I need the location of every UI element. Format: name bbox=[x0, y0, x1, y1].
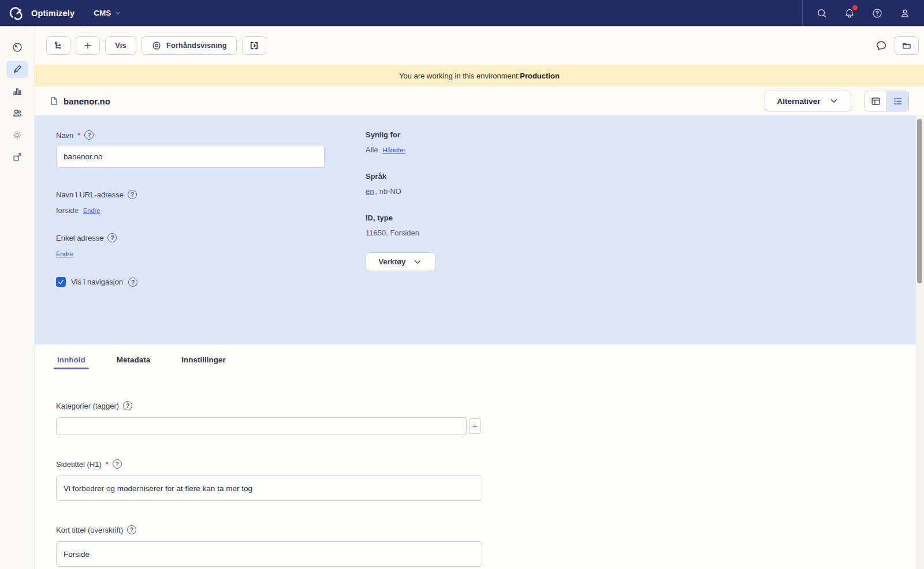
required-marker: * bbox=[77, 131, 80, 140]
visible-for-value-row: Alle Håndter bbox=[366, 145, 608, 154]
edit-icon bbox=[12, 63, 23, 75]
environment-banner: You are working in this environment: Pro… bbox=[35, 65, 924, 87]
sidebar-item-settings[interactable] bbox=[6, 126, 28, 144]
optimizely-cms-app: Optimizely CMS bbox=[0, 0, 924, 569]
short-title-input[interactable] bbox=[56, 541, 482, 567]
product-name: CMS bbox=[94, 9, 111, 17]
environment-name: Production bbox=[520, 72, 560, 80]
view-button[interactable]: Vis bbox=[105, 36, 136, 55]
page-title-label-text: Sidetittel (H1) bbox=[56, 460, 102, 469]
chevron-down-icon bbox=[829, 96, 839, 106]
content-form: Kategorier (tagger) ? Sidetittel (H1) * … bbox=[35, 375, 916, 569]
categories-row bbox=[56, 417, 916, 435]
create-new-button[interactable] bbox=[76, 36, 100, 55]
assets-panel-button[interactable] bbox=[895, 36, 919, 55]
sidebar-item-users[interactable] bbox=[6, 104, 28, 122]
profile-button[interactable] bbox=[896, 5, 914, 22]
tab-innhold[interactable]: Innhold bbox=[56, 345, 87, 375]
checkmark-icon bbox=[58, 279, 64, 285]
plus-icon bbox=[472, 423, 478, 429]
categories-input[interactable] bbox=[56, 417, 467, 435]
url-name-value: forside bbox=[56, 206, 79, 215]
page-properties-panel: Navn * ? Navn i URL-adresse ? forside En… bbox=[35, 115, 916, 345]
categories-label: Kategorier (tagger) ? bbox=[56, 401, 916, 410]
categories-label-text: Kategorier (tagger) bbox=[56, 402, 119, 410]
comments-button[interactable] bbox=[871, 36, 891, 55]
content-area: Vis Forhåndsvisning You ar bbox=[35, 26, 924, 569]
add-category-button[interactable] bbox=[469, 418, 481, 434]
show-in-nav-help-icon[interactable]: ? bbox=[128, 278, 137, 287]
scrollbar-thumb[interactable] bbox=[917, 119, 922, 283]
folder-icon bbox=[901, 40, 912, 51]
simple-address-help-icon[interactable]: ? bbox=[107, 233, 117, 242]
dashboard-icon bbox=[12, 42, 23, 53]
addons-icon bbox=[12, 151, 23, 163]
topbar-divider bbox=[802, 0, 803, 26]
page-title-label: Sidetittel (H1) * ? bbox=[56, 459, 916, 469]
tab-innstillinger[interactable]: Innstillinger bbox=[180, 345, 227, 375]
url-help-icon[interactable]: ? bbox=[128, 190, 137, 199]
url-name-value-row: forside Endre bbox=[56, 206, 333, 215]
show-in-nav-row: Vis i navigasjon ? bbox=[56, 277, 333, 287]
language-value-row: en , nb-NO bbox=[366, 187, 608, 196]
toggle-tree-button[interactable] bbox=[46, 36, 70, 55]
url-edit-link[interactable]: Endre bbox=[83, 207, 100, 214]
chat-icon bbox=[875, 39, 888, 52]
tree-icon bbox=[53, 40, 64, 51]
notifications-button[interactable] bbox=[841, 5, 858, 22]
tools-button[interactable]: Verktøy bbox=[366, 252, 436, 271]
sidebar-item-dashboard[interactable] bbox=[6, 39, 28, 56]
page-title-help-icon[interactable]: ? bbox=[113, 459, 122, 469]
layout-icon bbox=[870, 96, 881, 107]
view-mode-layout-button[interactable] bbox=[865, 91, 886, 111]
short-title-help-icon[interactable]: ? bbox=[127, 525, 136, 534]
visible-for-manage-link[interactable]: Håndter bbox=[383, 147, 405, 154]
id-type-value: 11650, Forsiden bbox=[366, 229, 608, 237]
name-input[interactable] bbox=[56, 145, 325, 168]
show-in-nav-checkbox[interactable] bbox=[56, 277, 66, 287]
settings-icon bbox=[12, 129, 23, 141]
sidebar-item-addons[interactable] bbox=[6, 148, 28, 166]
search-icon bbox=[816, 8, 828, 19]
view-mode-list-button[interactable] bbox=[886, 91, 908, 111]
fullscreen-button[interactable] bbox=[242, 36, 266, 55]
sidebar-item-analytics[interactable] bbox=[6, 83, 28, 100]
sidebar-item-edit[interactable] bbox=[6, 61, 28, 78]
chevron-down-icon bbox=[412, 257, 423, 267]
chevron-down-icon bbox=[114, 10, 121, 17]
app-sidebar bbox=[0, 26, 35, 569]
preview-icon bbox=[151, 40, 162, 51]
page-icon bbox=[49, 96, 59, 106]
name-label-text: Navn bbox=[56, 131, 73, 140]
name-help-icon[interactable]: ? bbox=[84, 130, 94, 140]
product-switcher[interactable]: CMS bbox=[94, 9, 121, 17]
vertical-scrollbar[interactable] bbox=[916, 115, 924, 569]
page-title: banenor.no bbox=[64, 96, 110, 106]
tools-button-label: Verktøy bbox=[379, 257, 406, 266]
language-rest: , nb-NO bbox=[375, 187, 401, 196]
edit-toolbar: Vis Forhåndsvisning bbox=[35, 26, 924, 65]
options-button[interactable]: Alternativer bbox=[765, 91, 851, 111]
preview-button[interactable]: Forhåndsvisning bbox=[141, 36, 237, 55]
name-field-label: Navn * ? bbox=[56, 130, 333, 140]
preview-button-label: Forhåndsvisning bbox=[166, 41, 227, 50]
simple-address-value-row: Endre bbox=[56, 250, 333, 257]
view-button-label: Vis bbox=[115, 41, 126, 50]
help-button[interactable] bbox=[869, 5, 886, 22]
required-marker: * bbox=[106, 460, 109, 469]
simple-address-label-text: Enkel adresse bbox=[56, 234, 103, 242]
tab-metadata[interactable]: Metadata bbox=[116, 345, 152, 375]
language-en-link[interactable]: en bbox=[366, 187, 374, 196]
users-icon bbox=[12, 107, 23, 119]
topbar-divider bbox=[84, 0, 84, 26]
help-icon bbox=[871, 8, 883, 19]
url-label-text: Navn i URL-adresse bbox=[56, 190, 124, 199]
simple-address-label: Enkel adresse ? bbox=[56, 233, 333, 242]
search-button[interactable] bbox=[813, 5, 830, 22]
page-title-input[interactable] bbox=[56, 476, 482, 501]
simple-address-edit-link[interactable]: Endre bbox=[56, 250, 73, 257]
optimizely-logo-icon bbox=[8, 5, 25, 22]
categories-help-icon[interactable]: ? bbox=[123, 401, 132, 410]
short-title-label: Kort tittel (overskrift) ? bbox=[56, 525, 916, 534]
brand-name: Optimizely bbox=[31, 9, 74, 18]
